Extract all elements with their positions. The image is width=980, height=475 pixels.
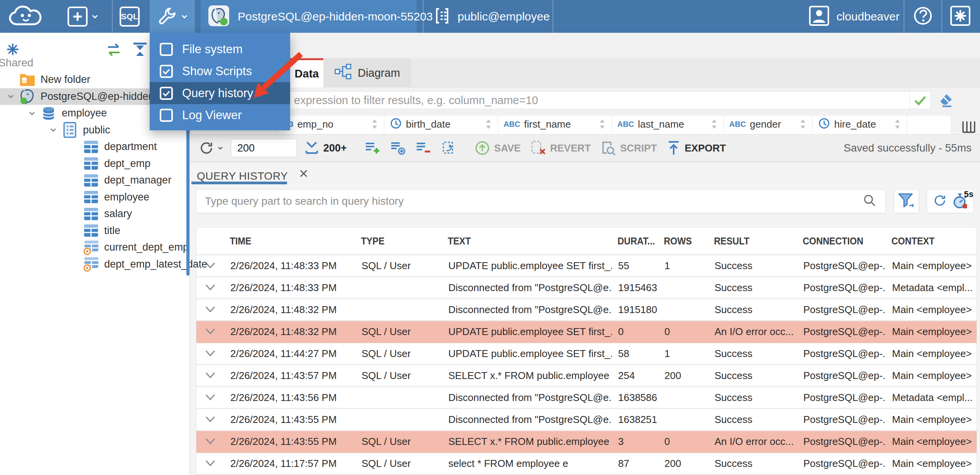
cell-rows: 1 <box>658 348 708 360</box>
schema-selector[interactable]: public@employee <box>433 7 550 27</box>
row-expand-chevron-icon[interactable] <box>196 284 224 291</box>
column-header-result[interactable]: RESULT <box>708 235 788 247</box>
column-header-type[interactable]: TYPE <box>355 235 434 247</box>
column-type-label: ABC <box>504 120 520 129</box>
paste-row-button[interactable] <box>439 141 459 155</box>
cell-text: Disconnected from "PostgreSQL@e... <box>442 392 612 404</box>
filter-history-button[interactable] <box>894 189 919 213</box>
menu-item-query-history[interactable]: Query history <box>150 82 290 104</box>
sort-arrows-icon[interactable] <box>710 118 718 131</box>
grid-column-last-name[interactable]: ABClast_name <box>612 116 723 134</box>
checkbox-checked-icon[interactable] <box>160 65 173 78</box>
row-expand-chevron-icon[interactable] <box>196 416 224 423</box>
tree-item-current-dept-emp[interactable]: current_dept_emp <box>0 239 189 256</box>
auto-refresh-timer-button[interactable]: 5s <box>951 192 969 210</box>
row-expand-chevron-icon[interactable] <box>196 438 224 445</box>
eraser-icon[interactable] <box>938 92 954 110</box>
tab-data[interactable]: Data <box>290 58 323 88</box>
row-limit-input[interactable] <box>231 139 297 157</box>
close-icon[interactable] <box>299 168 309 180</box>
menu-item-show-scripts[interactable]: Show Scripts <box>150 60 290 82</box>
tree-item-salary[interactable]: salary <box>0 205 189 222</box>
collapse-all-icon[interactable] <box>132 42 148 59</box>
grid-column-emp-no[interactable]: 123emp_no <box>275 116 384 134</box>
row-expand-chevron-icon[interactable] <box>196 306 224 313</box>
sort-arrows-icon[interactable] <box>799 118 807 131</box>
sort-arrows-icon[interactable] <box>894 118 901 131</box>
query-history-row[interactable]: 2/26/2024, 11:48:33 PMSQL / UserUPDATE p… <box>196 255 977 277</box>
save-button[interactable]: SAVE <box>472 140 523 156</box>
revert-button[interactable]: REVERT <box>528 140 593 156</box>
sort-arrows-icon[interactable] <box>485 118 492 131</box>
tree-item-employee[interactable]: employee <box>0 189 189 206</box>
query-history-tab[interactable]: QUERY HISTORY <box>197 170 288 182</box>
query-history-row[interactable]: 2/26/2024, 11:43:55 PMSQL / UserSELECT x… <box>196 431 977 453</box>
sql-editor-button[interactable]: SQL <box>120 7 140 27</box>
tree-item-dept-emp[interactable]: dept_emp <box>0 155 189 172</box>
row-expand-chevron-icon[interactable] <box>196 394 224 401</box>
grid-column-birth-date[interactable]: birth_date <box>384 116 498 134</box>
expand-chevron-icon[interactable] <box>45 125 62 135</box>
filter-expression-input[interactable] <box>192 92 909 109</box>
checkbox-unchecked-icon[interactable] <box>160 109 173 122</box>
query-search-input[interactable] <box>205 195 862 207</box>
query-history-row[interactable]: 2/26/2024, 11:43:55 PMDisconnected from … <box>196 409 977 431</box>
checkbox-unchecked-icon[interactable] <box>160 43 173 56</box>
sidebar-scrollbar[interactable] <box>186 127 189 276</box>
tree-item-dept-manager[interactable]: dept_manager <box>0 172 189 189</box>
sort-arrows-icon[interactable] <box>371 118 378 131</box>
tab-diagram[interactable]: Diagram <box>323 58 411 88</box>
grid-column-gender[interactable]: ABCgender <box>723 116 812 134</box>
tree-item-department[interactable]: department <box>0 138 189 155</box>
avatar-icon <box>809 5 830 28</box>
refresh-history-icon[interactable] <box>932 192 948 210</box>
grid-panel-icon[interactable] <box>961 121 975 135</box>
row-expand-chevron-icon[interactable] <box>196 372 224 379</box>
menu-item-file-system[interactable]: File system <box>150 38 290 60</box>
query-history-row[interactable]: 2/26/2024, 11:48:32 PMSQL / UserUPDATE p… <box>196 321 977 343</box>
column-header-durat[interactable]: DURAT... <box>612 235 654 247</box>
settings-button[interactable] <box>950 5 971 28</box>
row-expand-chevron-icon[interactable] <box>196 350 224 357</box>
expand-chevron-icon[interactable] <box>2 91 19 101</box>
tree-item-title[interactable]: title <box>0 222 189 239</box>
tree-item-dept-emp-latest-date[interactable]: dept_emp_latest_date <box>0 256 189 273</box>
column-header-text[interactable]: TEXT <box>442 235 595 247</box>
help-button[interactable] <box>913 6 933 27</box>
cell-duration: 1638586 <box>612 392 658 404</box>
sync-connection-icon[interactable] <box>105 42 123 59</box>
grid-column-first-name[interactable]: ABCfirst_name <box>498 116 612 134</box>
new-object-button[interactable] <box>68 7 99 27</box>
refresh-button[interactable] <box>195 139 226 157</box>
query-history-row[interactable]: 2/26/2024, 11:43:57 PMSQL / UserSELECT x… <box>196 365 977 387</box>
user-menu[interactable]: cloudbeaver <box>809 5 899 28</box>
query-history-row[interactable]: 2/26/2024, 11:48:33 PMDisconnected from … <box>196 277 977 299</box>
add-row-button[interactable] <box>362 141 383 155</box>
script-button[interactable]: SCRIPT <box>598 140 659 156</box>
query-history-row[interactable]: 2/26/2024, 11:48:32 PMDisconnected from … <box>196 299 977 321</box>
cell-result: Success <box>708 260 797 272</box>
query-history-row[interactable]: 2/26/2024, 11:17:57 PMSQL / Userselect *… <box>196 453 977 475</box>
export-button[interactable]: EXPORT <box>664 140 728 156</box>
duplicate-row-button[interactable] <box>388 141 409 155</box>
column-header-context[interactable]: CONTEXT <box>886 235 968 247</box>
fetch-more-button[interactable]: 200+ <box>302 140 349 156</box>
column-header-time[interactable]: TIME <box>224 235 342 247</box>
query-history-row[interactable]: 2/26/2024, 11:44:27 PMSQL / UserUPDATE p… <box>196 343 977 365</box>
row-expand-chevron-icon[interactable] <box>196 460 224 467</box>
sort-arrows-icon[interactable] <box>598 118 606 131</box>
connection-selector[interactable]: PostgreSQL@ep-hidden-moon-55203 <box>201 0 417 33</box>
row-expand-chevron-icon[interactable] <box>196 328 224 335</box>
cloudbeaver-logo-icon[interactable] <box>5 4 46 29</box>
checkbox-checked-icon[interactable] <box>160 87 173 100</box>
search-icon <box>862 193 877 209</box>
expand-chevron-icon[interactable] <box>24 108 41 118</box>
delete-row-button[interactable] <box>413 141 434 155</box>
apply-filter-button[interactable] <box>909 92 930 109</box>
grid-column-hire-date[interactable]: hire_date <box>812 116 907 134</box>
column-header-rows[interactable]: ROWS <box>658 235 703 247</box>
menu-item-log-viewer[interactable]: Log Viewer <box>150 104 290 126</box>
column-header-connection[interactable]: CONNECTION <box>797 235 877 247</box>
query-history-row[interactable]: 2/26/2024, 11:43:56 PMDisconnected from … <box>196 387 977 409</box>
tools-menu-trigger[interactable] <box>150 0 195 33</box>
